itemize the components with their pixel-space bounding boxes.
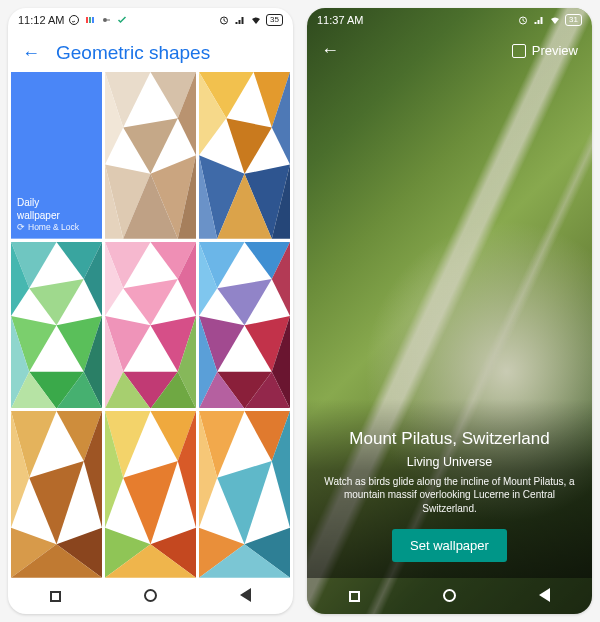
phone-right-wallpaper-preview: 11:37 AM 31 ← Preview Mount Pilatus, Swi… bbox=[307, 8, 592, 614]
nav-back-icon[interactable] bbox=[539, 588, 550, 605]
weather-icon bbox=[100, 14, 112, 26]
svg-marker-81 bbox=[217, 461, 272, 544]
wifi-icon bbox=[250, 14, 262, 26]
checkbox-icon bbox=[512, 44, 526, 58]
nav-home-icon[interactable] bbox=[144, 588, 157, 605]
svg-marker-53 bbox=[217, 279, 272, 325]
wallpaper-info-panel: Mount Pilatus, Switzerland Living Univer… bbox=[307, 399, 592, 579]
svg-rect-1 bbox=[86, 17, 88, 23]
page-title: Geometric shapes bbox=[56, 42, 210, 64]
top-bar: ← Preview bbox=[307, 32, 592, 69]
nav-recents-icon[interactable] bbox=[349, 588, 360, 605]
signal-icon bbox=[234, 14, 246, 26]
set-wallpaper-button[interactable]: Set wallpaper bbox=[392, 529, 507, 562]
wallpaper-tile[interactable] bbox=[11, 411, 102, 578]
nav-home-icon[interactable] bbox=[443, 588, 456, 605]
daily-line1: Daily bbox=[17, 197, 79, 210]
daily-line2: wallpaper bbox=[17, 210, 79, 223]
android-nav-bar bbox=[8, 578, 293, 614]
back-arrow-icon[interactable]: ← bbox=[22, 43, 40, 64]
wallpaper-tile[interactable] bbox=[199, 242, 290, 409]
wallpaper-title: Mount Pilatus, Switzerland bbox=[323, 429, 576, 449]
wallpaper-tile-daily[interactable]: Daily wallpaper ⟳ Home & Lock bbox=[11, 72, 102, 239]
wallpaper-tile[interactable] bbox=[199, 72, 290, 239]
battery-indicator: 35 bbox=[266, 14, 283, 26]
nav-recents-icon[interactable] bbox=[50, 588, 61, 605]
preview-label: Preview bbox=[532, 43, 578, 58]
check-icon bbox=[116, 14, 128, 26]
svg-rect-3 bbox=[92, 17, 94, 23]
battery-indicator: 31 bbox=[565, 14, 582, 26]
miui-icon bbox=[84, 14, 96, 26]
alarm-icon bbox=[517, 14, 529, 26]
svg-point-0 bbox=[70, 16, 79, 25]
status-time: 11:12 AM bbox=[18, 14, 64, 26]
wallpaper-tile[interactable] bbox=[11, 242, 102, 409]
wallpaper-tile[interactable] bbox=[199, 411, 290, 578]
svg-marker-9 bbox=[123, 118, 178, 174]
back-arrow-icon[interactable]: ← bbox=[321, 40, 339, 61]
wallpaper-tile[interactable] bbox=[105, 242, 196, 409]
android-nav-bar bbox=[307, 578, 592, 614]
svg-rect-2 bbox=[89, 17, 91, 23]
daily-wallpaper-label: Daily wallpaper ⟳ Home & Lock bbox=[17, 197, 79, 233]
wifi-icon bbox=[549, 14, 561, 26]
wallpaper-description: Watch as birds glide along the incline o… bbox=[323, 475, 576, 516]
signal-icon bbox=[533, 14, 545, 26]
svg-marker-41 bbox=[123, 279, 178, 325]
phone-left-wallpaper-picker: 11:12 AM 35 bbox=[8, 8, 293, 614]
title-bar: ← Geometric shapes bbox=[8, 32, 293, 72]
status-bar: 11:12 AM 35 bbox=[8, 8, 293, 32]
alarm-icon bbox=[218, 14, 230, 26]
whatsapp-icon bbox=[68, 14, 80, 26]
status-time: 11:37 AM bbox=[317, 14, 363, 26]
status-bar: 11:37 AM 31 bbox=[307, 8, 592, 32]
wallpaper-tile[interactable] bbox=[105, 72, 196, 239]
preview-toggle[interactable]: Preview bbox=[512, 43, 578, 58]
svg-marker-19 bbox=[226, 118, 271, 174]
svg-point-4 bbox=[103, 18, 107, 22]
daily-sub: Home & Lock bbox=[28, 222, 79, 233]
wallpaper-tile[interactable] bbox=[105, 411, 196, 578]
svg-marker-73 bbox=[123, 461, 178, 544]
svg-marker-29 bbox=[29, 279, 84, 325]
refresh-icon: ⟳ bbox=[17, 222, 25, 233]
wallpaper-subtitle: Living Universe bbox=[323, 455, 576, 469]
svg-marker-65 bbox=[29, 461, 84, 544]
wallpaper-grid: Daily wallpaper ⟳ Home & Lock bbox=[8, 72, 293, 578]
nav-back-icon[interactable] bbox=[240, 588, 251, 605]
